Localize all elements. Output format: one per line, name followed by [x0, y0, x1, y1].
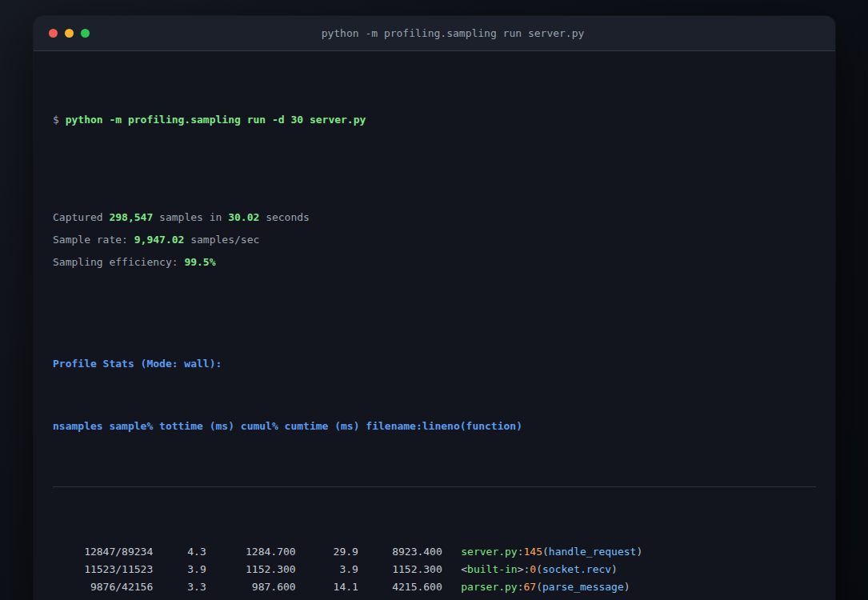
sample-pct-cell: 3.9: [153, 561, 206, 578]
filename: server.py: [461, 546, 517, 558]
table-row: 8934/89343.0893.4003.0893.400json_utils.…: [53, 596, 816, 600]
nsamples-cell: 12847/89234: [53, 543, 153, 561]
function-name: socket.recv: [542, 563, 611, 575]
location-cell: server.py:145(handle_request): [461, 543, 642, 561]
window-title: python -m profiling.sampling run server.…: [90, 27, 816, 39]
paren: (: [536, 563, 542, 575]
cumtime-cell: 8923.400: [358, 543, 442, 561]
cumul-pct-cell: 29.9: [296, 543, 358, 561]
nsamples-cell: 11523/11523: [53, 561, 153, 578]
stat-line: Sample rate: 9,947.02 samples/sec: [53, 229, 816, 251]
stat-segment: samples in: [153, 211, 228, 223]
profile-columns-header: nsamples sample% tottime (ms) cumul% cum…: [53, 418, 816, 435]
desktop-background: python -m profiling.sampling run server.…: [0, 0, 868, 600]
stat-line: Captured 298,547 samples in 30.02 second…: [53, 206, 816, 229]
tottime-cell: 1152.300: [206, 561, 296, 578]
tottime-cell: 1284.700: [206, 543, 296, 561]
cumul-pct-cell: 3.9: [296, 561, 358, 578]
cumtime-cell: 893.400: [358, 596, 442, 600]
stat-segment: 99.5%: [184, 256, 215, 268]
angle-bracket: >: [518, 563, 524, 575]
cumul-pct-cell: 14.1: [296, 578, 358, 596]
angle-bracket: <: [461, 563, 467, 575]
paren: ): [611, 563, 618, 575]
colon: :: [518, 546, 524, 558]
colon: :: [518, 581, 524, 593]
sample-pct-cell: 3.3: [153, 578, 206, 596]
stat-line: Sampling efficiency: 99.5%: [53, 251, 816, 274]
cumul-pct-cell: 3.0: [296, 596, 358, 600]
terminal-output: $ python -m profiling.sampling run -d 30…: [34, 51, 835, 600]
cumtime-cell: 1152.300: [358, 561, 442, 578]
paren: (: [536, 581, 542, 593]
titlebar: python -m profiling.sampling run server.…: [34, 16, 835, 51]
filename: parser.py: [461, 581, 517, 593]
function-name: parse_message: [542, 581, 624, 593]
filename: built-in: [467, 563, 518, 575]
stat-segment: samples/sec: [184, 234, 259, 246]
command-line: $ python -m profiling.sampling run -d 30…: [53, 109, 816, 131]
command-text: python -m profiling.sampling run -d 30 s…: [66, 114, 366, 126]
line-number: 67: [524, 581, 537, 593]
nsamples-cell: 8934/8934: [53, 596, 153, 600]
terminal-window: python -m profiling.sampling run server.…: [34, 16, 835, 600]
shell-prompt: $: [53, 114, 66, 126]
function-name: handle_request: [549, 546, 637, 558]
stat-segment: seconds: [259, 211, 310, 223]
stat-segment: 298,547: [109, 211, 153, 223]
profile-table: 12847/892344.31284.70029.98923.400server…: [53, 543, 816, 600]
paren: ): [624, 581, 630, 593]
traffic-lights: [49, 29, 90, 38]
tottime-cell: 987.600: [206, 578, 296, 596]
stat-segment: Sample rate:: [53, 234, 134, 246]
sample-pct-cell: 4.3: [153, 543, 206, 561]
cumtime-cell: 4215.600: [358, 578, 442, 596]
line-number: 0: [530, 563, 536, 575]
table-row: 12847/892344.31284.70029.98923.400server…: [53, 543, 816, 561]
minimize-button[interactable]: [65, 29, 74, 38]
nsamples-cell: 9876/42156: [53, 578, 153, 596]
close-button[interactable]: [49, 29, 58, 38]
table-divider: [53, 486, 816, 487]
stat-segment: 9,947.02: [134, 234, 185, 246]
tottime-cell: 893.400: [206, 596, 296, 600]
location-cell: <built-in>:0(socket.recv): [461, 561, 618, 578]
location-cell: json_utils.py:23(serialize): [461, 596, 630, 600]
paren: ): [636, 546, 642, 558]
capture-stats: Captured 298,547 samples in 30.02 second…: [53, 206, 816, 274]
stat-segment: Captured: [53, 211, 109, 223]
stat-segment: 30.02: [228, 211, 259, 223]
paren: (: [542, 546, 549, 558]
sample-pct-cell: 3.0: [153, 596, 206, 600]
table-row: 9876/421563.3987.60014.14215.600parser.p…: [53, 578, 816, 596]
profile-stats-heading: Profile Stats (Mode: wall):: [53, 355, 816, 373]
location-cell: parser.py:67(parse_message): [461, 578, 630, 596]
maximize-button[interactable]: [81, 29, 90, 38]
table-row: 11523/115233.91152.3003.91152.300<built-…: [53, 561, 816, 578]
line-number: 145: [524, 546, 542, 558]
stat-segment: Sampling efficiency:: [53, 256, 184, 268]
